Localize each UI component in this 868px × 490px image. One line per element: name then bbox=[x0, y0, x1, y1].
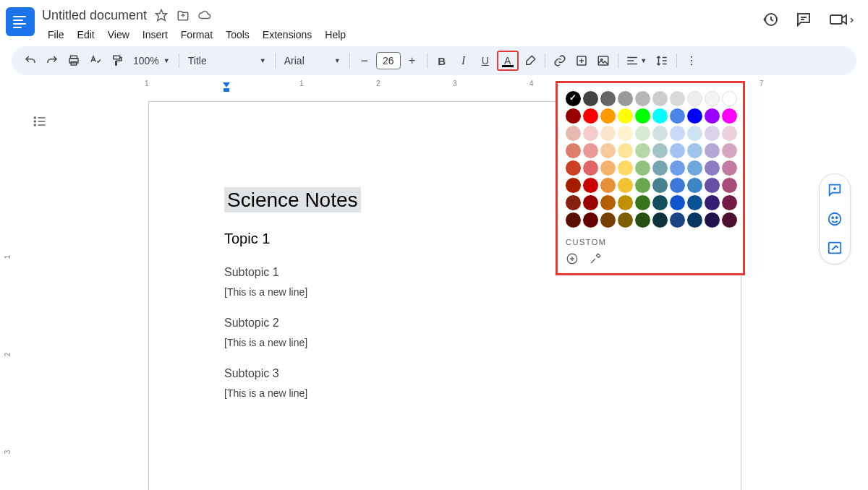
color-swatch[interactable] bbox=[705, 91, 720, 106]
color-swatch[interactable] bbox=[670, 143, 685, 158]
highlight-button[interactable] bbox=[520, 51, 540, 71]
color-swatch[interactable] bbox=[652, 160, 668, 176]
color-swatch[interactable] bbox=[705, 126, 720, 141]
font-dropdown[interactable]: Arial▼ bbox=[280, 51, 345, 71]
add-custom-color-button[interactable] bbox=[566, 252, 579, 265]
color-swatch[interactable] bbox=[618, 212, 633, 228]
menu-help[interactable]: Help bbox=[319, 26, 352, 43]
color-swatch[interactable] bbox=[583, 212, 598, 228]
color-swatch[interactable] bbox=[583, 160, 598, 176]
color-swatch[interactable] bbox=[722, 143, 737, 158]
color-swatch[interactable] bbox=[670, 178, 685, 193]
color-swatch[interactable] bbox=[705, 108, 720, 124]
color-swatch[interactable] bbox=[635, 91, 650, 106]
comments-icon[interactable] bbox=[794, 10, 813, 29]
color-swatch[interactable] bbox=[652, 143, 668, 158]
color-swatch[interactable] bbox=[705, 143, 720, 158]
menu-extensions[interactable]: Extensions bbox=[257, 26, 318, 43]
doc-subtopic-3[interactable]: Subtopic 3 bbox=[224, 367, 665, 380]
zoom-dropdown[interactable]: 100%▼ bbox=[129, 51, 174, 71]
color-swatch[interactable] bbox=[705, 212, 720, 228]
doc-subtopic-2[interactable]: Subtopic 2 bbox=[224, 317, 665, 330]
docs-logo[interactable] bbox=[6, 7, 35, 36]
color-swatch[interactable] bbox=[687, 178, 702, 193]
menu-tools[interactable]: Tools bbox=[220, 26, 255, 43]
color-swatch[interactable] bbox=[705, 160, 720, 176]
color-swatch[interactable] bbox=[583, 178, 598, 193]
color-swatch[interactable] bbox=[635, 108, 650, 124]
side-emoji-button[interactable] bbox=[826, 210, 843, 228]
color-swatch[interactable] bbox=[670, 160, 685, 176]
italic-button[interactable]: I bbox=[454, 51, 474, 71]
color-swatch[interactable] bbox=[583, 143, 598, 158]
color-swatch[interactable] bbox=[652, 195, 668, 210]
color-swatch[interactable] bbox=[635, 178, 650, 193]
menu-format[interactable]: Format bbox=[175, 26, 218, 43]
outline-button[interactable] bbox=[30, 112, 49, 131]
color-swatch[interactable] bbox=[600, 126, 616, 141]
color-swatch[interactable] bbox=[566, 108, 581, 124]
underline-button[interactable]: U bbox=[475, 51, 495, 71]
color-swatch[interactable] bbox=[566, 195, 581, 210]
color-swatch[interactable] bbox=[600, 160, 616, 176]
color-swatch[interactable] bbox=[566, 126, 581, 141]
link-button[interactable] bbox=[550, 51, 570, 71]
color-swatch[interactable] bbox=[670, 195, 685, 210]
star-icon[interactable] bbox=[154, 8, 169, 22]
color-swatch[interactable] bbox=[583, 91, 598, 106]
color-swatch[interactable] bbox=[722, 195, 737, 210]
doc-title[interactable]: Untitled document bbox=[42, 8, 147, 23]
color-swatch[interactable] bbox=[583, 108, 598, 124]
doc-heading[interactable]: Science Notes bbox=[224, 187, 361, 212]
color-swatch[interactable] bbox=[618, 195, 633, 210]
color-swatch[interactable] bbox=[635, 143, 650, 158]
color-swatch[interactable] bbox=[566, 91, 581, 106]
color-swatch[interactable] bbox=[687, 143, 702, 158]
color-swatch[interactable] bbox=[670, 212, 685, 228]
color-swatch[interactable] bbox=[566, 160, 581, 176]
menu-insert[interactable]: Insert bbox=[137, 26, 174, 43]
format-paint-button[interactable] bbox=[107, 51, 127, 71]
line-spacing-button[interactable] bbox=[652, 51, 672, 71]
color-swatch[interactable] bbox=[705, 178, 720, 193]
color-swatch[interactable] bbox=[635, 212, 650, 228]
color-swatch[interactable] bbox=[566, 143, 581, 158]
color-swatch[interactable] bbox=[670, 91, 685, 106]
color-swatch[interactable] bbox=[600, 195, 616, 210]
more-button[interactable] bbox=[681, 51, 702, 71]
text-color-button[interactable]: A bbox=[497, 51, 519, 71]
color-swatch[interactable] bbox=[652, 108, 668, 124]
color-swatch[interactable] bbox=[652, 212, 668, 228]
menu-edit[interactable]: Edit bbox=[72, 26, 101, 43]
color-swatch[interactable] bbox=[652, 91, 668, 106]
color-swatch[interactable] bbox=[635, 160, 650, 176]
undo-button[interactable] bbox=[20, 51, 41, 71]
color-swatch[interactable] bbox=[635, 195, 650, 210]
align-button[interactable]: ▼ bbox=[623, 51, 650, 71]
image-button[interactable] bbox=[593, 51, 613, 71]
color-swatch[interactable] bbox=[618, 91, 633, 106]
move-icon[interactable] bbox=[176, 8, 190, 22]
color-swatch[interactable] bbox=[600, 212, 616, 228]
color-swatch[interactable] bbox=[670, 108, 685, 124]
font-size-increase[interactable]: + bbox=[402, 51, 422, 71]
print-button[interactable] bbox=[64, 51, 84, 71]
redo-button[interactable] bbox=[42, 51, 62, 71]
color-swatch[interactable] bbox=[722, 212, 737, 228]
color-swatch[interactable] bbox=[600, 143, 616, 158]
doc-line-3[interactable]: [This is a new line] bbox=[224, 387, 665, 399]
color-swatch[interactable] bbox=[687, 160, 702, 176]
color-swatch[interactable] bbox=[618, 178, 633, 193]
color-swatch[interactable] bbox=[566, 212, 581, 228]
color-swatch[interactable] bbox=[566, 178, 581, 193]
side-add-comment-button[interactable] bbox=[826, 181, 843, 199]
color-swatch[interactable] bbox=[618, 126, 633, 141]
color-swatch[interactable] bbox=[687, 126, 702, 141]
history-icon[interactable] bbox=[761, 10, 780, 29]
color-swatch[interactable] bbox=[583, 126, 598, 141]
color-swatch[interactable] bbox=[722, 160, 737, 176]
style-dropdown[interactable]: Title▼ bbox=[184, 51, 271, 71]
color-swatch[interactable] bbox=[600, 91, 616, 106]
menu-file[interactable]: File bbox=[42, 26, 70, 43]
color-swatch[interactable] bbox=[722, 91, 737, 106]
